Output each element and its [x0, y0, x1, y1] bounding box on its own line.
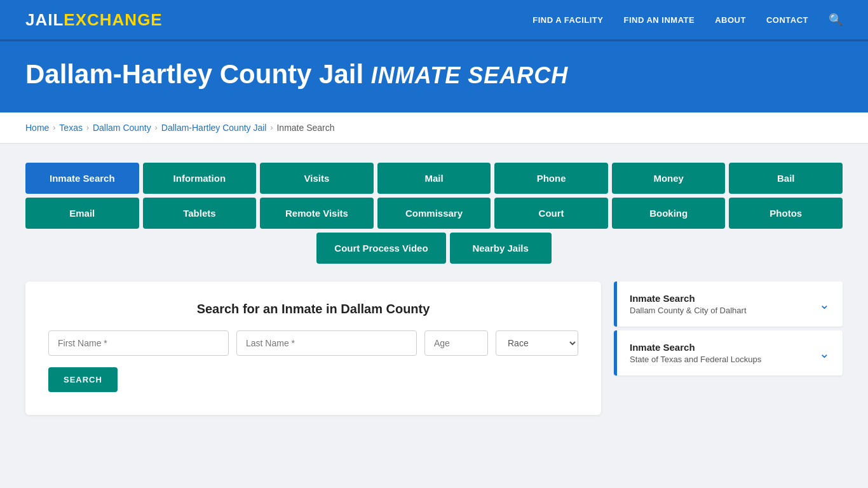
tab-commissary[interactable]: Commissary — [377, 198, 491, 229]
chevron-down-icon-2: ⌄ — [819, 346, 830, 361]
nav-contact[interactable]: CONTACT — [766, 15, 808, 25]
tab-court-process-video[interactable]: Court Process Video — [316, 233, 445, 264]
tab-photos[interactable]: Photos — [729, 198, 843, 229]
first-name-input[interactable] — [48, 330, 229, 356]
tab-nearby-jails[interactable]: Nearby Jails — [450, 233, 552, 264]
logo-jail: JAIL — [25, 10, 64, 30]
page-title: Dallam-Hartley County Jail INMATE SEARCH — [25, 59, 843, 90]
tabs-row-1: Inmate Search Information Visits Mail Ph… — [25, 163, 843, 194]
sidebar-item-text-1: Inmate Search Dallam County & City of Da… — [630, 293, 747, 315]
search-fields: Race White Black Hispanic Asian Other — [48, 330, 578, 356]
hero-section: Dallam-Hartley County Jail INMATE SEARCH — [0, 41, 868, 112]
race-select[interactable]: Race White Black Hispanic Asian Other — [496, 330, 578, 356]
breadcrumb-texas[interactable]: Texas — [59, 123, 83, 133]
breadcrumb-home[interactable]: Home — [25, 123, 49, 133]
main-content: Inmate Search Information Visits Mail Ph… — [0, 144, 868, 434]
search-button[interactable]: SEARCH — [48, 367, 118, 392]
breadcrumb-county[interactable]: Dallam County — [93, 123, 151, 133]
search-box: Search for an Inmate in Dallam County Ra… — [25, 281, 601, 415]
tab-remote-visits[interactable]: Remote Visits — [260, 198, 374, 229]
nav-find-facility[interactable]: FIND A FACILITY — [532, 15, 603, 25]
tab-tablets[interactable]: Tablets — [143, 198, 257, 229]
nav-find-inmate[interactable]: FIND AN INMATE — [623, 15, 695, 25]
site-header: JAILEXCHANGE FIND A FACILITY FIND AN INM… — [0, 0, 868, 41]
sidebar-item-title-1: Inmate Search — [630, 293, 747, 304]
site-logo[interactable]: JAILEXCHANGE — [25, 10, 163, 30]
breadcrumb-sep-3: › — [155, 123, 158, 132]
tab-booking[interactable]: Booking — [612, 198, 726, 229]
tab-bail[interactable]: Bail — [729, 163, 843, 194]
sidebar: Inmate Search Dallam County & City of Da… — [614, 281, 843, 379]
tab-information[interactable]: Information — [143, 163, 257, 194]
breadcrumb-sep-1: › — [53, 123, 55, 132]
content-area: Search for an Inmate in Dallam County Ra… — [25, 281, 843, 415]
age-input[interactable] — [424, 330, 488, 356]
breadcrumb-current: Inmate Search — [276, 123, 334, 133]
logo-exchange: EXCHANGE — [64, 10, 162, 30]
tab-inmate-search[interactable]: Inmate Search — [25, 163, 139, 194]
breadcrumb-sep-4: › — [270, 123, 273, 132]
hero-title-sub: INMATE SEARCH — [371, 62, 568, 88]
tabs-container: Inmate Search Information Visits Mail Ph… — [25, 163, 843, 264]
tabs-row-2: Email Tablets Remote Visits Commissary C… — [25, 198, 843, 229]
sidebar-item-text-2: Inmate Search State of Texas and Federal… — [630, 342, 761, 364]
sidebar-item-texas-federal[interactable]: Inmate Search State of Texas and Federal… — [614, 330, 843, 376]
tabs-row-3: Court Process Video Nearby Jails — [25, 233, 843, 264]
nav-about[interactable]: ABOUT — [715, 15, 746, 25]
tab-visits[interactable]: Visits — [260, 163, 374, 194]
sidebar-item-sub-2: State of Texas and Federal Lockups — [630, 355, 761, 364]
sidebar-item-sub-1: Dallam County & City of Dalhart — [630, 306, 747, 315]
breadcrumb-bar: Home › Texas › Dallam County › Dallam-Ha… — [0, 112, 868, 144]
breadcrumb-sep-2: › — [86, 123, 89, 132]
tab-court[interactable]: Court — [494, 198, 608, 229]
tab-phone[interactable]: Phone — [494, 163, 608, 194]
tab-email[interactable]: Email — [25, 198, 139, 229]
tab-money[interactable]: Money — [612, 163, 726, 194]
breadcrumb: Home › Texas › Dallam County › Dallam-Ha… — [25, 123, 843, 133]
search-toggle-button[interactable]: 🔍 — [829, 13, 843, 27]
chevron-down-icon-1: ⌄ — [819, 297, 830, 312]
last-name-input[interactable] — [236, 330, 417, 356]
main-nav: FIND A FACILITY FIND AN INMATE ABOUT CON… — [532, 13, 843, 27]
sidebar-item-dallam-county[interactable]: Inmate Search Dallam County & City of Da… — [614, 281, 843, 327]
hero-title-main: Dallam-Hartley County Jail — [25, 59, 363, 89]
tab-mail[interactable]: Mail — [377, 163, 491, 194]
search-box-title: Search for an Inmate in Dallam County — [48, 302, 578, 316]
sidebar-item-title-2: Inmate Search — [630, 342, 761, 353]
breadcrumb-jail[interactable]: Dallam-Hartley County Jail — [161, 123, 267, 133]
